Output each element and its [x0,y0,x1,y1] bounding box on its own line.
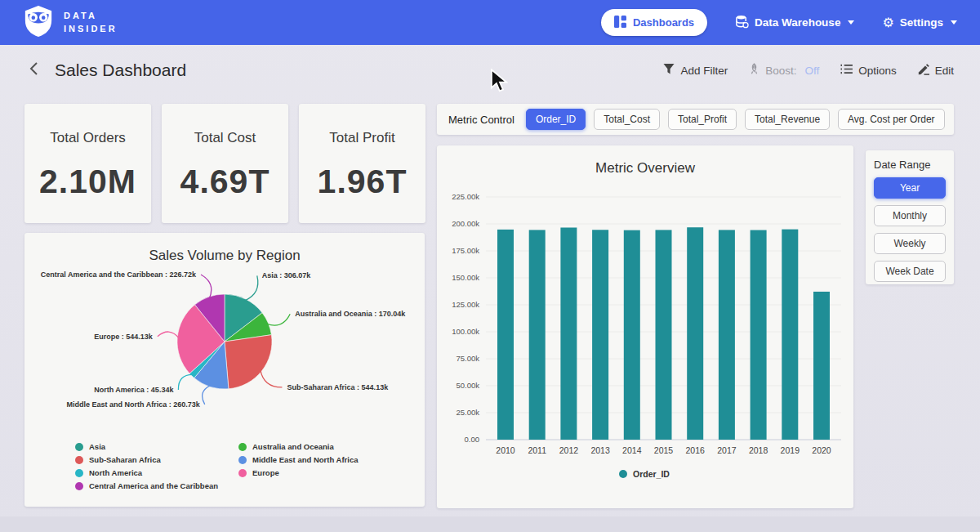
bar-chart-title: Metric Overview [437,145,853,177]
kpi-card-total-profit: Total Profit 1.96T [299,104,425,223]
pie-callout-label: Asia : 306.07k [262,271,312,279]
nav-settings-label: Settings [900,16,943,29]
nav-dashboards-button[interactable]: Dashboards [601,9,707,36]
bar [592,230,608,440]
date-range-label: Date Range [874,159,946,171]
date-range-week-date-button[interactable]: Week Date [874,261,946,282]
legend-item[interactable]: Sub-Saharan Africa [75,455,238,464]
legend-name: Central America and the Caribbean [89,481,218,490]
x-axis-tick-label: 2010 [496,445,515,455]
edit-button[interactable]: Edit [918,64,954,78]
nav-data-warehouse-label: Data Warehouse [755,16,840,29]
bar-chart: 0.0025.00k50.00k75.00k100.00k125.00k150.… [437,177,853,503]
pie-callout-label: Middle East and North Africa : 260.73k [67,400,201,409]
y-axis-tick-label: 200.00k [452,219,479,228]
pie-chart-title: Sales Volume by Region [24,233,425,264]
legend-item[interactable]: Australia and Oceania [238,442,402,451]
kpi-label: Total Profit [299,130,425,146]
bar [719,230,735,440]
kpi-label: Total Orders [24,130,151,146]
pie-callout-label: Central America and the Caribbean : 226.… [41,270,197,279]
y-axis-tick-label: 75.00k [456,354,479,363]
boost-state: Off [804,65,819,77]
add-filter-button[interactable]: Add Filter [663,64,728,77]
bar [624,230,640,440]
nav-data-warehouse-button[interactable]: Data Warehouse [735,15,854,31]
legend-item[interactable]: North America [75,468,238,477]
chevron-down-icon [848,20,854,25]
legend-dot [75,469,83,477]
database-icon [735,15,749,31]
kpi-value: 4.69T [162,163,288,201]
bar-chart-card: Metric Overview 0.0025.00k50.00k75.00k10… [437,145,853,508]
pie-callout-label: Australia and Oceania : 170.04k [295,310,406,318]
x-axis-tick-label: 2013 [590,445,610,455]
legend-dot [238,469,247,477]
legend-dot [75,443,83,451]
date-range-year-button[interactable]: Year [874,177,946,199]
metric-chip-total-profit[interactable]: Total_Profit [668,109,737,130]
date-range-panel: Date Range Year Monthly Weekly Week Date [866,150,954,284]
boost-toggle[interactable]: Boost:Off [749,63,819,78]
kpi-value: 2.10M [24,163,151,201]
legend-item[interactable]: Central America and the Caribbean [75,481,238,490]
kpi-card-total-cost: Total Cost 4.69T [162,104,288,223]
legend-column: Australia and OceaniaMiddle East and Nor… [238,442,402,494]
y-axis-tick-label: 175.00k [452,246,479,255]
x-axis-tick-label: 2018 [749,445,768,455]
chevron-down-icon [951,20,957,25]
brand-logo[interactable]: DATA INSIDER [23,5,118,41]
x-axis-tick-label: 2019 [781,445,800,455]
date-range-weekly-button[interactable]: Weekly [874,233,946,254]
kpi-label: Total Cost [162,130,288,146]
metric-control-bar: Metric Control Order_ID Total_Cost Total… [437,104,954,135]
x-axis-tick-label: 2015 [654,445,674,455]
pie-chart: Asia : 306.07kAustralia and Oceania : 17… [24,264,425,437]
x-axis-tick-label: 2014 [622,445,642,455]
legend-item[interactable]: Asia [75,442,238,451]
legend-item[interactable]: Europe [238,468,402,477]
top-navbar: DATA INSIDER Dashboards [0,0,980,45]
metric-chip-order-id[interactable]: Order_ID [526,109,586,130]
legend-dot [75,456,83,464]
list-icon [840,64,853,77]
add-filter-label: Add Filter [680,65,728,77]
legend-name: Asia [89,442,105,451]
pencil-icon [918,64,929,78]
page-header: Sales Dashboard Add Filter Boost:Off [0,45,980,96]
x-axis-tick-label: 2017 [717,445,737,455]
y-axis-tick-label: 225.00k [452,192,479,201]
back-button[interactable] [26,61,42,79]
y-axis-tick-label: 150.00k [452,273,479,282]
nav-settings-button[interactable]: ⚙ Settings [882,16,957,29]
x-axis-tick-label: 2011 [528,445,546,455]
legend-item[interactable]: Middle East and North Africa [238,455,402,464]
pie-chart-legend: AsiaSub-Saharan AfricaNorth AmericaCentr… [24,442,425,494]
bar [782,230,798,440]
legend-column: AsiaSub-Saharan AfricaNorth AmericaCentr… [75,442,238,494]
bar [687,227,703,440]
legend-name: Middle East and North Africa [252,455,359,464]
bar [529,230,546,440]
metric-chip-total-revenue[interactable]: Total_Revenue [745,109,830,130]
bar [560,227,577,440]
legend-dot [238,456,247,464]
x-axis-tick-label: 2012 [559,445,579,455]
metric-chip-total-cost[interactable]: Total_Cost [594,109,660,130]
legend-name: North America [89,468,142,477]
edit-label: Edit [935,65,954,77]
kpi-card-total-orders: Total Orders 2.10M [24,104,151,223]
pie-chart-card: Sales Volume by Region Asia : 306.07kAus… [24,233,425,507]
metric-chip-avg-cost-per-order[interactable]: Avg. Cost per Order [838,109,945,130]
nav-dashboards-label: Dashboards [633,16,694,29]
rocket-icon [749,63,760,78]
options-label: Options [858,65,897,77]
options-button[interactable]: Options [840,64,897,77]
date-range-monthly-button[interactable]: Monthly [874,205,946,226]
footer-strip [0,516,980,532]
bar [497,230,514,440]
legend-dot [75,482,83,490]
legend-name: Europe [252,468,279,477]
owl-logo-icon [23,5,54,41]
bar-legend-label: Order_ID [633,469,670,479]
